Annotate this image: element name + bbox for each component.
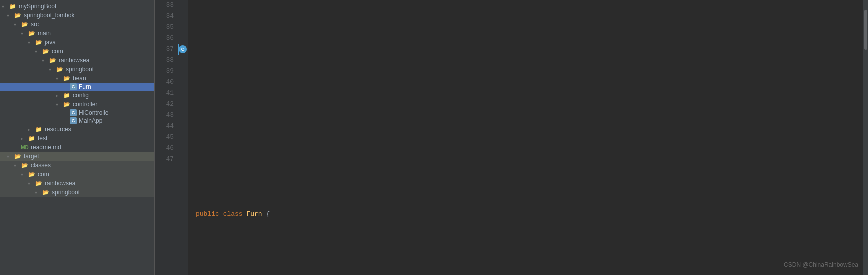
tree-item-HiController[interactable]: C HiControlle (0, 109, 154, 117)
tree-item-Furn[interactable]: C Furn (0, 83, 154, 91)
tree-arrow (7, 13, 14, 18)
gutter-icon-37: C (178, 44, 188, 55)
gutter-line-highlight (178, 44, 179, 55)
code-line-34 (188, 77, 863, 88)
tree-arrow (42, 58, 49, 63)
folder-icon: 📂 (35, 179, 43, 187)
tree-arrow (21, 136, 28, 141)
code-line-37: public class Furn { (188, 209, 863, 220)
tree-item-rainbowsea2[interactable]: 📂 rainbowsea (0, 179, 154, 188)
tree-arrow (14, 163, 21, 168)
line-number-44: 44 (155, 121, 174, 132)
line-number-45: 45 (155, 132, 174, 143)
java-class-icon: C (70, 109, 77, 116)
line-number-39: 39 (155, 66, 174, 77)
scrollbar-thumb[interactable] (864, 10, 867, 50)
folder-icon: 📂 (63, 100, 71, 108)
line-number-36: 36 (155, 33, 174, 44)
line-number-40: 40 (155, 77, 174, 88)
tree-item-resources[interactable]: 📁 resources (0, 125, 154, 134)
tree-item-bean[interactable]: 📂 bean (0, 74, 154, 83)
tree-item-MainApp[interactable]: C MainApp (0, 117, 154, 125)
code-line-35 (188, 121, 863, 132)
code-lines[interactable]: public class Furn { 💡 @Setter // 注解在属性上，… (188, 0, 863, 275)
tree-arrow (56, 76, 63, 81)
tree-item-src[interactable]: 📂 src (0, 20, 154, 29)
editor-scrollbar[interactable] (863, 0, 868, 275)
tree-arrow (14, 22, 21, 27)
tree-arrow (35, 190, 42, 195)
folder-icon: 📁 (35, 125, 43, 133)
tree-arrow (28, 40, 35, 45)
tree-label: com (52, 48, 63, 55)
java-class-icon: C (70, 83, 77, 90)
tree-label: bean (73, 75, 86, 82)
tree-item-classes[interactable]: 📂 classes (0, 161, 154, 170)
editor-gutter: C (178, 0, 188, 275)
tree-item-target[interactable]: 📂 target (0, 152, 154, 161)
tree-label: readme.md (31, 144, 61, 151)
tree-label: springboot_lombok (24, 12, 74, 19)
tree-arrow (49, 67, 56, 72)
tree-label: config (73, 92, 89, 99)
tree-label: controller (73, 101, 97, 108)
java-class-icon: C (70, 117, 77, 124)
folder-icon: 📂 (21, 161, 29, 169)
code-line-38 (188, 253, 863, 264)
tree-label: springboot (52, 189, 80, 196)
folder-icon: 📁 (63, 91, 71, 99)
tree-item-springboot2[interactable]: 📂 springboot (0, 188, 154, 197)
line-number-46: 46 (155, 143, 174, 154)
tree-label: resources (45, 126, 71, 133)
tree-arrow (28, 127, 35, 132)
tree-item-controller[interactable]: 📂 controller (0, 100, 154, 109)
line-number-33: 33 (155, 0, 174, 11)
tree-item-springboot[interactable]: 📂 springboot (0, 65, 154, 74)
tree-arrow (28, 181, 35, 186)
tree-item-mySpringBoot[interactable]: 📁 mySpringBoot (0, 2, 154, 11)
folder-icon: 📁 (28, 134, 36, 142)
folder-icon: 📂 (56, 65, 64, 73)
line-number-41: 41 (155, 88, 174, 99)
watermark: CSDN @ChinaRainbowSea (784, 261, 858, 268)
tree-arrow (2, 4, 9, 9)
tree-arrow (21, 31, 28, 36)
tree-label: mySpringBoot (19, 3, 56, 10)
file-tree[interactable]: 📁 mySpringBoot 📂 springboot_lombok 📂 src… (0, 0, 154, 275)
tree-label: java (45, 39, 56, 46)
folder-icon: 📂 (28, 170, 36, 178)
tree-label: test (38, 135, 47, 142)
tree-label: MainApp (79, 117, 102, 124)
tree-label: HiControlle (79, 109, 108, 116)
tree-label: rainbowsea (45, 180, 75, 187)
tree-item-main[interactable]: 📂 main (0, 29, 154, 38)
line-number-34: 34 (155, 11, 174, 22)
tree-item-rainbowsea[interactable]: 📂 rainbowsea (0, 56, 154, 65)
line-number-37: 37 (155, 44, 174, 55)
tree-item-com[interactable]: 📂 com (0, 47, 154, 56)
tree-item-springboot_lombok[interactable]: 📂 springboot_lombok (0, 11, 154, 20)
tree-item-java[interactable]: 📂 java (0, 38, 154, 47)
folder-icon: 📂 (28, 29, 36, 37)
folder-icon: 📂 (42, 188, 50, 196)
tree-item-com2[interactable]: 📂 com (0, 170, 154, 179)
tree-item-readme[interactable]: MD readme.md (0, 143, 154, 152)
tree-arrow (21, 172, 28, 177)
tree-item-test[interactable]: 📁 test (0, 134, 154, 143)
line-number-38: 38 (155, 55, 174, 66)
code-editor: 33 34 35 36 37 38 39 40 41 42 43 44 45 4… (155, 0, 868, 275)
tree-item-config[interactable]: 📁 config (0, 91, 154, 100)
line-number-35: 35 (155, 22, 174, 33)
folder-icon: 📁 (9, 2, 17, 10)
tree-label: classes (31, 162, 51, 169)
tree-arrow (7, 154, 14, 159)
tree-label: rainbowsea (59, 57, 89, 64)
tree-arrow (35, 49, 42, 54)
folder-icon: 📂 (63, 74, 71, 82)
folder-icon: 📂 (14, 152, 22, 160)
code-line-33 (188, 33, 863, 44)
tree-arrow (56, 102, 63, 107)
tree-label: springboot (66, 66, 94, 73)
tree-label: src (31, 21, 39, 28)
tree-label: Furn (79, 83, 91, 90)
